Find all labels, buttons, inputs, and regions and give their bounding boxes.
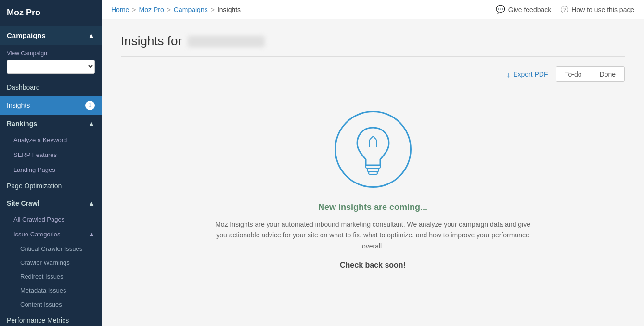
sidebar-item-label: Site Crawl — [7, 199, 39, 207]
sidebar-item-label: Analyze a Keyword — [13, 136, 67, 143]
feedback-label: Give feedback — [508, 6, 552, 13]
sidebar-item-dashboard[interactable]: Dashboard — [0, 78, 102, 96]
tab-done[interactable]: Done — [591, 67, 624, 81]
breadcrumb-campaigns[interactable]: Campaigns — [174, 6, 208, 13]
sidebar-item-label: All Crawled Pages — [13, 216, 64, 223]
breadcrumb-home[interactable]: Home — [111, 6, 129, 13]
campaign-select[interactable] — [7, 60, 95, 74]
sidebar-item-label: Rankings — [7, 120, 37, 128]
view-campaign-label: View Campaign: — [0, 45, 102, 60]
sidebar-item-metadata-issues[interactable]: Metadata Issues — [0, 284, 102, 298]
site-crawl-chevron: ▲ — [88, 199, 95, 207]
campaigns-label: Campaigns — [7, 31, 46, 39]
sidebar-item-label: Metadata Issues — [20, 287, 66, 294]
sidebar-item-analyze-keyword[interactable]: Analyze a Keyword — [0, 132, 102, 147]
sidebar-item-label: Crawler Warnings — [20, 259, 70, 266]
coming-soon-description: Moz Insights are your automated inbound … — [214, 219, 532, 251]
sidebar-item-issue-categories[interactable]: Issue Categories ▲ — [0, 227, 102, 242]
sidebar-item-all-crawled-pages[interactable]: All Crawled Pages — [0, 212, 102, 227]
sidebar-item-serp-features[interactable]: SERP Features — [0, 147, 102, 162]
campaign-select-wrap — [0, 60, 102, 78]
svg-line-2 — [373, 136, 376, 140]
page-title: Insights for — [121, 34, 625, 49]
export-pdf-label: Export PDF — [513, 70, 548, 78]
main-content: Home > Moz Pro > Campaigns > Insights 💬 … — [102, 0, 644, 326]
coming-soon-title: New insights are coming... — [318, 202, 427, 212]
sidebar-item-crawler-warnings[interactable]: Crawler Warnings — [0, 256, 102, 270]
sidebar-item-label: SERP Features — [13, 151, 57, 158]
export-pdf-button[interactable]: ↓ Export PDF — [507, 70, 548, 78]
sidebar-item-insights[interactable]: Insights 1 — [0, 96, 102, 115]
feedback-icon: 💬 — [496, 5, 505, 14]
sidebar-item-page-optimization[interactable]: Page Optimization — [0, 177, 102, 195]
svg-rect-4 — [366, 165, 380, 168]
rankings-chevron: ▲ — [88, 120, 95, 128]
sidebar-item-site-crawl[interactable]: Site Crawl ▲ — [0, 195, 102, 212]
breadcrumb-sep1: > — [132, 6, 136, 13]
sidebar-item-label: Dashboard — [7, 83, 40, 91]
sidebar-item-label: Insights — [7, 102, 30, 109]
topbar: Home > Moz Pro > Campaigns > Insights 💬 … — [102, 0, 644, 19]
how-to-icon: ? — [561, 6, 568, 13]
sidebar-item-label: Page Optimization — [7, 182, 62, 190]
download-icon: ↓ — [507, 70, 511, 78]
svg-rect-5 — [367, 169, 379, 171]
sidebar-item-label: Critical Crawler Issues — [20, 245, 82, 252]
how-to-label: How to use this page — [571, 6, 634, 13]
content-toolbar: ↓ Export PDF To-do Done — [121, 66, 625, 82]
sidebar-item-label: Issue Categories — [13, 231, 61, 238]
sidebar-item-redirect-issues[interactable]: Redirect Issues — [0, 270, 102, 284]
issue-categories-chevron: ▲ — [89, 231, 95, 238]
sidebar-item-critical-crawler-issues[interactable]: Critical Crawler Issues — [0, 242, 102, 256]
sidebar-item-label: Redirect Issues — [20, 273, 64, 280]
breadcrumb-sep3: > — [211, 6, 215, 13]
brand-title: Moz Pro — [0, 0, 102, 26]
svg-rect-6 — [369, 172, 377, 174]
campaign-domain — [188, 36, 265, 47]
breadcrumb: Home > Moz Pro > Campaigns > Insights — [111, 6, 241, 13]
sidebar-item-label: Landing Pages — [13, 166, 55, 173]
bulb-illustration — [335, 111, 412, 188]
sidebar-item-rankings[interactable]: Rankings ▲ — [0, 115, 102, 132]
breadcrumb-sep2: > — [167, 6, 171, 13]
insights-empty-state: New insights are coming... Moz Insights … — [121, 91, 625, 289]
tab-todo[interactable]: To-do — [556, 67, 591, 81]
tab-buttons: To-do Done — [556, 66, 625, 82]
breadcrumb-moz-pro[interactable]: Moz Pro — [139, 6, 164, 13]
campaigns-chevron: ▲ — [88, 31, 95, 39]
check-back-text: Check back soon! — [340, 261, 406, 270]
breadcrumb-current: Insights — [218, 6, 241, 13]
sidebar-item-performance-metrics[interactable]: Performance Metrics — [0, 312, 102, 326]
svg-line-1 — [370, 136, 373, 140]
sidebar-item-landing-pages[interactable]: Landing Pages — [0, 162, 102, 177]
how-to-use-link[interactable]: ? How to use this page — [561, 6, 634, 13]
sidebar-item-label: Performance Metrics — [7, 316, 69, 324]
bulb-svg — [351, 123, 395, 176]
sidebar-item-content-issues[interactable]: Content Issues — [0, 298, 102, 312]
content-area: Insights for ↓ Export PDF To-do Done — [102, 19, 644, 326]
insights-badge: 1 — [85, 101, 95, 110]
sidebar: Moz Pro Campaigns ▲ View Campaign: Dashb… — [0, 0, 102, 326]
sidebar-item-label: Content Issues — [20, 301, 62, 308]
campaigns-header[interactable]: Campaigns ▲ — [0, 26, 102, 45]
title-divider — [121, 56, 625, 57]
topbar-actions: 💬 Give feedback ? How to use this page — [496, 5, 634, 14]
page-title-prefix: Insights for — [121, 34, 182, 49]
give-feedback-link[interactable]: 💬 Give feedback — [496, 5, 552, 14]
